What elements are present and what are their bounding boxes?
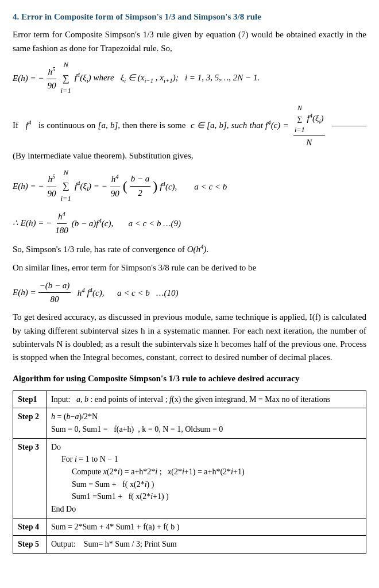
- step-content-5: Output: Sum= h* Sum / 3; Print Sum: [47, 536, 366, 554]
- paragraph-3: So, Simpson's 1/3 rule, has rate of conv…: [13, 242, 366, 256]
- formula-eh-38: E(h) = −(b − a) 80 h4 f4(c), a < c < b ……: [13, 279, 366, 307]
- formula-eh-1: E(h) = − h5 90 N ∑ i=1 f4(ξi) where ξi ∈…: [13, 60, 366, 97]
- paragraph-2: If f4 is continuous on [a, b], then ther…: [13, 103, 366, 163]
- table-row: Step 4 Sum = 2*Sum + 4* Sum1 + f(a) + f(…: [13, 518, 366, 536]
- step-label-2: Step 2: [13, 408, 47, 438]
- algo-title: Algorithm for using Composite Simpson's …: [13, 372, 366, 385]
- step-label-5: Step 5: [13, 536, 47, 554]
- step-content-4: Sum = 2*Sum + 4* Sum1 + f(a) + f( b ): [47, 518, 366, 536]
- table-row: Step1 Input: a, b : end points of interv…: [13, 390, 366, 408]
- step-label-3: Step 3: [13, 438, 47, 518]
- table-row: Step 5 Output: Sum= h* Sum / 3; Print Su…: [13, 536, 366, 554]
- table-row: Step 3 Do For i = 1 to N − 1 Compute x(2…: [13, 438, 366, 518]
- paragraph-1: Error term for Composite Simpson's 1/3 r…: [13, 28, 366, 55]
- section-heading: Error in Composite form of Simpson's 1/3…: [21, 12, 261, 21]
- step-label-4: Step 4: [13, 518, 47, 536]
- table-row: Step 2 h = (b−a)/2*N Sum = 0, Sum1 = f(a…: [13, 408, 366, 438]
- step-content-1: Input: a, b : end points of interval ; f…: [47, 390, 366, 408]
- section-number: 4.: [13, 12, 19, 21]
- paragraph-4: On similar lines, error term for Simpson…: [13, 261, 366, 274]
- section-title: 4. Error in Composite form of Simpson's …: [13, 10, 366, 24]
- algorithm-table: Step1 Input: a, b : end points of interv…: [13, 390, 366, 554]
- formula-eh-3: ∴ E(h) = − h4 180 (b − a)f4(c), a < c < …: [13, 209, 366, 238]
- step-content-3: Do For i = 1 to N − 1 Compute x(2*i) = a…: [47, 438, 366, 518]
- formula-eh-2: E(h) = − h5 90 N ∑ i=1 f4(ξi) = − h4 90 …: [13, 168, 366, 205]
- step-label-1: Step1: [13, 390, 47, 408]
- paragraph-5: To get desired accuracy, as discussed in…: [13, 311, 366, 364]
- step-content-2: h = (b−a)/2*N Sum = 0, Sum1 = f(a+h) , k…: [47, 408, 366, 438]
